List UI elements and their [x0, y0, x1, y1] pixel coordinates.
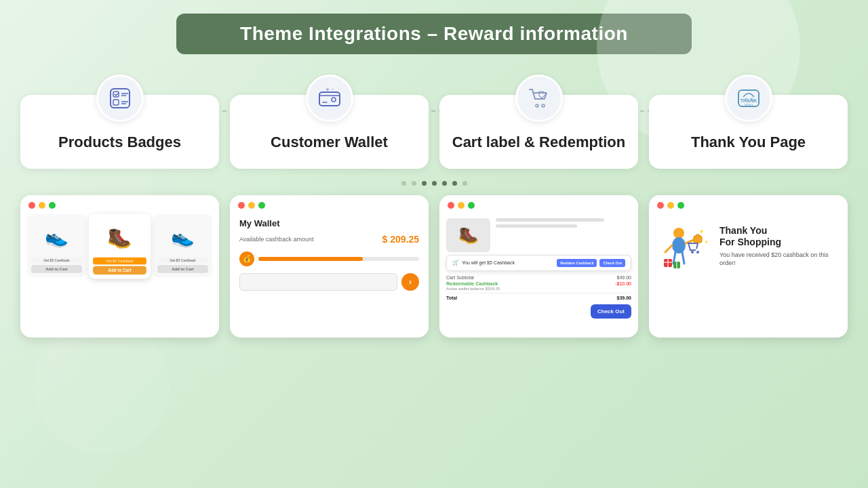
- wallet-input[interactable]: [239, 273, 397, 291]
- card-thank-you[interactable]: THANK YOU! Thank You Page: [649, 95, 848, 169]
- thankyou-screenshot-content: ★ ★ Thank You For Shopping You have rece…: [649, 214, 848, 279]
- svg-rect-34: [694, 236, 702, 243]
- win-min-wallet[interactable]: [248, 202, 255, 209]
- wallet-icon-sm: 💰: [239, 251, 254, 266]
- svg-text:★: ★: [705, 240, 708, 244]
- window-chrome-products: [20, 195, 219, 214]
- customer-wallet-title: Customer Wallet: [271, 133, 388, 152]
- products-screenshot-content: 👟 Get $5 Cashback Add to Cart 🥾 Get $5 C…: [20, 214, 219, 283]
- product-card-2: 🥾 Get $5 Cashback Add to Cart: [89, 214, 151, 279]
- screenshot-cart-redemption: 🥾 🛒 You will get $5 Cashback Reddem Cash…: [439, 195, 638, 338]
- add-to-cart-2[interactable]: Add to Cart: [93, 266, 146, 274]
- bg-decoration-2: [34, 319, 170, 454]
- cart-total-value: $39.00: [617, 296, 631, 300]
- shoe-1: 👟: [31, 218, 82, 256]
- win-close-wallet[interactable]: [238, 202, 245, 209]
- win-min-products[interactable]: [39, 202, 45, 209]
- cart-screenshot-content: 🥾 🛒 You will get $5 Cashback Reddem Cash…: [439, 214, 638, 306]
- win-max-products[interactable]: [49, 202, 56, 209]
- win-max-thankyou[interactable]: [677, 202, 684, 209]
- add-to-cart-1[interactable]: Add to Cart: [31, 265, 82, 273]
- win-close-thankyou[interactable]: [657, 202, 664, 209]
- bottom-cards-row: 👟 Get $5 Cashback Add to Cart 🥾 Get $5 C…: [20, 195, 848, 338]
- wallet-input-row: ›: [239, 273, 419, 291]
- svg-line-30: [665, 245, 672, 252]
- cashback-popup: 🛒 You will get $5 Cashback Reddem Cashba…: [446, 255, 631, 271]
- cart-shoe-image: 🥾: [446, 218, 490, 252]
- cashback-popup-text: You will get $5 Cashback: [462, 260, 554, 265]
- win-min-cart[interactable]: [458, 202, 465, 209]
- thankyou-heading: Thank You For Shopping: [719, 225, 838, 248]
- diagram-wrapper: Products Badges Customer Wallet: [20, 95, 848, 338]
- svg-text:THANK: THANK: [740, 98, 757, 103]
- win-close-cart[interactable]: [448, 202, 454, 209]
- svg-point-17: [332, 98, 336, 102]
- cart-subtotal-label: Cart Subtotal: [446, 275, 474, 280]
- dot-5: [442, 181, 447, 186]
- card-cart-redemption[interactable]: Cart label & Redemption: [439, 95, 638, 169]
- cashback-badge-3: Get $5 Cashback: [157, 257, 208, 264]
- cart-summary: Cart Subtotal $49.00 Redeemable Cashback…: [446, 275, 631, 300]
- thankyou-text-block: Thank You For Shopping You have received…: [719, 225, 838, 268]
- cart-redemption-icon-circle: [515, 75, 563, 122]
- cashback-badge-1: Get $5 Cashback: [31, 257, 82, 264]
- cart-subtotal-value: $49.00: [617, 275, 631, 280]
- win-close-products[interactable]: [28, 202, 35, 209]
- svg-point-33: [696, 251, 699, 253]
- cart-detail-line-1: [496, 218, 604, 222]
- redeem-cashback-button[interactable]: Reddem Cashback: [557, 259, 597, 267]
- shoe-3: 👟: [157, 218, 208, 256]
- win-max-wallet[interactable]: [258, 202, 265, 209]
- card-products-badges[interactable]: Products Badges: [20, 95, 219, 169]
- svg-point-18: [536, 104, 538, 107]
- cart-cashback-label: Redeemable Cashback Active wallet balanc…: [446, 281, 500, 291]
- win-min-thankyou[interactable]: [667, 202, 674, 209]
- dot-4: [432, 181, 437, 186]
- thankyou-illustration: ★ ★: [658, 220, 713, 274]
- shoe-2: 🥾: [93, 218, 146, 258]
- product-card-3: 👟 Get $5 Cashback Add to Cart: [153, 214, 212, 277]
- progress-bar-fill: [258, 257, 363, 261]
- progress-bar: [258, 257, 419, 261]
- thank-you-icon: THANK YOU!: [736, 86, 761, 110]
- cart-detail-line-2: [496, 224, 577, 228]
- svg-point-20: [541, 92, 542, 94]
- cart-cashback-row: Redeemable Cashback Active wallet balanc…: [446, 281, 631, 291]
- wallet-screenshot-content: My Wallet Available cashback amount $ 20…: [230, 214, 429, 298]
- screenshot-thank-you: ★ ★ Thank You For Shopping You have rece…: [649, 195, 848, 338]
- window-chrome-wallet: [230, 195, 429, 214]
- thank-you-icon-circle: THANK YOU!: [725, 75, 772, 122]
- cart-product-details: [496, 218, 631, 230]
- add-to-cart-3[interactable]: Add to Cart: [157, 265, 208, 273]
- svg-line-29: [682, 252, 684, 264]
- window-chrome-thankyou: [649, 195, 848, 214]
- screenshot-customer-wallet: My Wallet Available cashback amount $ 20…: [230, 195, 429, 338]
- cart-product-area: 🥾: [446, 218, 631, 252]
- checkout-button-cart[interactable]: Check Out: [599, 259, 625, 267]
- cart-total-label: Total: [446, 296, 457, 300]
- page-title: Theme Integrations – Reward information: [217, 23, 651, 45]
- dot-3: [422, 181, 427, 186]
- wallet-title: My Wallet: [239, 218, 419, 228]
- shopping-illustration: ★ ★: [658, 220, 713, 274]
- wallet-progress-area: 💰: [239, 251, 419, 266]
- wallet-balance-row: Available cashback amount $ 209.25: [239, 234, 419, 245]
- dot-2: [412, 181, 416, 186]
- wallet-go-button[interactable]: ›: [401, 273, 419, 291]
- svg-point-27: [672, 237, 686, 253]
- win-max-cart[interactable]: [468, 202, 475, 209]
- product-card-1: 👟 Get $5 Cashback Add to Cart: [27, 214, 86, 277]
- dot-1: [401, 181, 406, 186]
- cart-total-row: Total $39.00: [446, 296, 631, 300]
- card-customer-wallet[interactable]: Customer Wallet: [230, 95, 429, 169]
- checkout-big-button[interactable]: Check Out: [591, 304, 631, 319]
- products-badges-icon-circle: [96, 75, 144, 122]
- svg-point-19: [542, 104, 545, 107]
- wallet-balance-label: Available cashback amount: [239, 236, 313, 243]
- cart-icon: [527, 86, 551, 110]
- window-chrome-cart: [439, 195, 638, 214]
- svg-point-32: [691, 251, 694, 253]
- wallet-amount-value: $ 209.25: [382, 234, 420, 245]
- svg-text:YOU!: YOU!: [744, 103, 752, 107]
- svg-rect-11: [113, 100, 119, 105]
